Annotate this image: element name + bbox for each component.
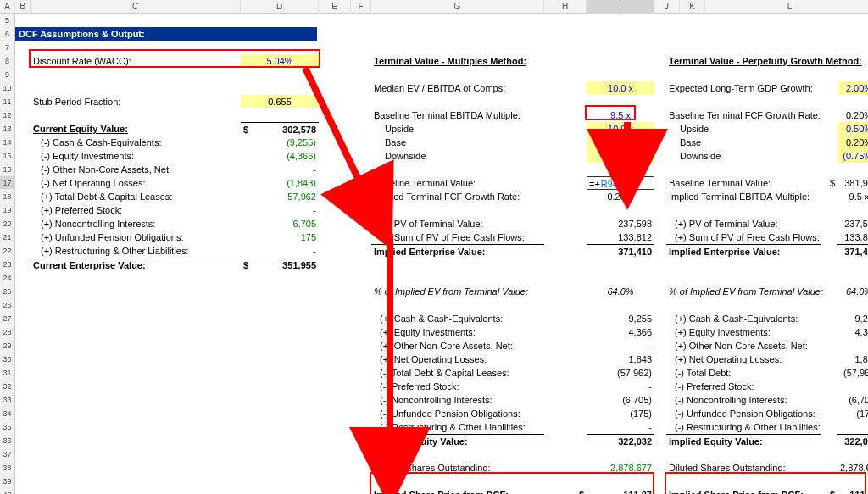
row-17[interactable]: 17: [0, 176, 15, 190]
col-C[interactable]: C: [31, 0, 241, 14]
col-K[interactable]: K: [680, 0, 705, 14]
row-8[interactable]: 8: [0, 54, 15, 68]
r-base-value[interactable]: 0.20%: [837, 136, 868, 149]
base-mult-value[interactable]: 9.5 x: [587, 108, 654, 122]
row-35[interactable]: 35: [0, 420, 15, 434]
row-32[interactable]: 32: [0, 380, 15, 393]
itfgr-value[interactable]: 0.20%: [587, 190, 654, 203]
formula-cell[interactable]: =+R94*I12: [587, 176, 654, 190]
m-adj-val[interactable]: -: [587, 339, 654, 352]
r-pvtv-value[interactable]: 237,598: [837, 217, 868, 230]
r-down-value[interactable]: (0.75%): [837, 149, 868, 163]
m-adj-val[interactable]: 1,843: [587, 352, 654, 366]
row-24[interactable]: 24: [0, 271, 15, 285]
m-adj-val[interactable]: (175): [587, 407, 654, 420]
row-15[interactable]: 15: [0, 149, 15, 163]
cent-value[interactable]: $351,955: [241, 258, 319, 271]
row-18[interactable]: 18: [0, 190, 15, 203]
row-25[interactable]: 25: [0, 285, 15, 298]
col-B[interactable]: B: [15, 0, 31, 14]
r-pct-value[interactable]: 64.0%: [837, 285, 868, 298]
r-iev-value[interactable]: 371,410: [837, 244, 868, 258]
row-5[interactable]: 5: [0, 14, 15, 27]
isp-value[interactable]: 111.87: [587, 488, 654, 494]
row-31[interactable]: 31: [0, 366, 15, 380]
row-13[interactable]: 13: [0, 122, 15, 136]
gdp-value[interactable]: 2.00%: [837, 81, 868, 95]
row-14[interactable]: 14: [0, 136, 15, 149]
r-adj-val[interactable]: 4,366: [837, 325, 868, 339]
dso-value[interactable]: 2,878.677: [587, 461, 654, 475]
col-L[interactable]: L: [705, 0, 868, 14]
stub-value[interactable]: 0.655: [241, 95, 319, 108]
ieqv-value[interactable]: 322,032: [587, 434, 654, 447]
row-33[interactable]: 33: [0, 393, 15, 407]
adj-val[interactable]: 57,962: [241, 190, 319, 203]
row-23[interactable]: 23: [0, 258, 15, 271]
cev-value[interactable]: $302,578: [241, 122, 319, 136]
m-adj-val[interactable]: 9,255: [587, 312, 654, 325]
r-adj-val[interactable]: (175): [837, 407, 868, 420]
row-12[interactable]: 12: [0, 108, 15, 122]
row-36[interactable]: 36: [0, 434, 15, 447]
pvfcf-value[interactable]: 133,812: [587, 230, 654, 244]
row-22[interactable]: 22: [0, 244, 15, 258]
adj-val[interactable]: -: [241, 244, 319, 258]
adj-val[interactable]: (1,843): [241, 176, 319, 190]
item-value[interactable]: 9.5 x: [837, 190, 868, 203]
m-adj-val[interactable]: (6,705): [587, 393, 654, 407]
row-37[interactable]: 37: [0, 447, 15, 461]
adj-val[interactable]: -: [241, 163, 319, 176]
col-A[interactable]: A: [0, 0, 15, 14]
r-dso-value[interactable]: 2,878.677: [837, 461, 868, 475]
r-ieqv-value[interactable]: 322,032: [837, 434, 868, 447]
r-adj-val[interactable]: (57,962): [837, 366, 868, 380]
r-isp-value[interactable]: 111.87: [837, 488, 868, 494]
col-H[interactable]: H: [544, 0, 587, 14]
pct-value[interactable]: 64.0%: [587, 285, 654, 298]
m-adj-val[interactable]: 4,366: [587, 325, 654, 339]
r-adj-val[interactable]: 1,843: [837, 352, 868, 366]
pvtv-value[interactable]: 237,598: [587, 217, 654, 230]
row-9[interactable]: 9: [0, 68, 15, 81]
col-E[interactable]: E: [319, 0, 351, 14]
r-adj-val[interactable]: (6,705): [837, 393, 868, 407]
adj-val[interactable]: (4,366): [241, 149, 319, 163]
row-39[interactable]: 39: [0, 475, 15, 488]
r-adj-val[interactable]: -: [837, 339, 868, 352]
col-J[interactable]: J: [654, 0, 680, 14]
r-adj-val[interactable]: -: [837, 420, 868, 434]
row-20[interactable]: 20: [0, 217, 15, 230]
row-6[interactable]: 6: [0, 27, 15, 41]
row-19[interactable]: 19: [0, 203, 15, 217]
adj-val[interactable]: -: [241, 203, 319, 217]
row-38[interactable]: 38: [0, 461, 15, 475]
row-7[interactable]: 7: [0, 41, 15, 54]
row-29[interactable]: 29: [0, 339, 15, 352]
row-11[interactable]: 11: [0, 95, 15, 108]
adj-val[interactable]: (9,255): [241, 136, 319, 149]
row-34[interactable]: 34: [0, 407, 15, 420]
m-adj-val[interactable]: -: [587, 420, 654, 434]
down-value[interactable]: 6.9 x: [587, 149, 654, 163]
wacc-value[interactable]: 5.04%: [241, 54, 319, 68]
spreadsheet-body[interactable]: DCF Assumptions & Output: Discount Rate …: [15, 14, 868, 494]
median-ev-value[interactable]: 10.0 x: [587, 81, 654, 95]
r-adj-val[interactable]: 9,255: [837, 312, 868, 325]
row-16[interactable]: 16: [0, 163, 15, 176]
row-27[interactable]: 27: [0, 312, 15, 325]
m-adj-val[interactable]: (57,962): [587, 366, 654, 380]
r-adj-val[interactable]: -: [837, 380, 868, 393]
m-adj-val[interactable]: -: [587, 380, 654, 393]
col-F[interactable]: F: [351, 0, 371, 14]
base-fcf-value[interactable]: 0.20%: [837, 108, 868, 122]
r-btv-value[interactable]: 381,969: [837, 176, 868, 190]
col-I[interactable]: I: [587, 0, 654, 14]
r-pvfcf-value[interactable]: 133,812: [837, 230, 868, 244]
row-10[interactable]: 10: [0, 81, 15, 95]
row-21[interactable]: 21: [0, 230, 15, 244]
r-upside-value[interactable]: 0.50%: [837, 122, 868, 136]
col-D[interactable]: D: [241, 0, 319, 14]
upside-value[interactable]: 10.9 x: [587, 122, 654, 136]
base-value[interactable]: 9.5 x: [587, 136, 654, 149]
